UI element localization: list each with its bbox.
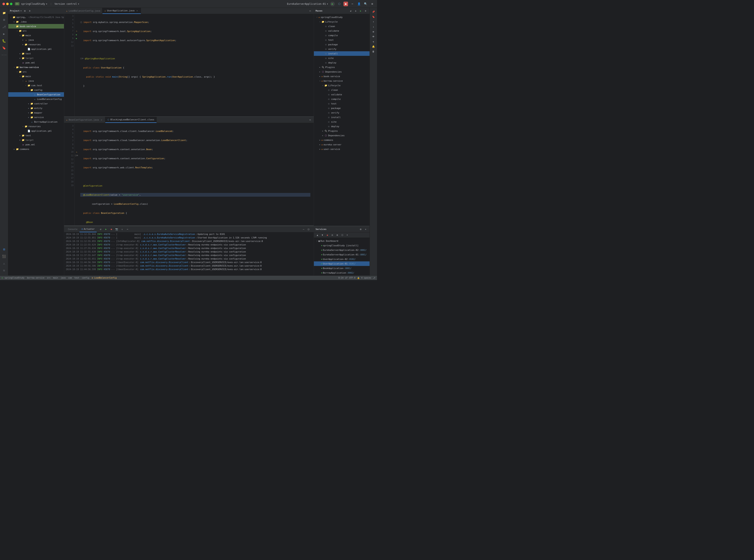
tree-commons[interactable]: ▶ 📁 commons: [8, 147, 64, 152]
services-close[interactable]: ✕: [363, 227, 368, 232]
bottom-editor-code[interactable]: import org.springframework.cloud.client.…: [79, 123, 312, 225]
tab-loadbalancer-config[interactable]: ☕ LoadBalancerConfig.java: [64, 8, 102, 14]
console-output[interactable]: 2024-10-19 11:12:55.844 INFO 45870 --- […: [64, 233, 314, 276]
sidebar-icon-project[interactable]: 📁: [1, 9, 7, 16]
tree-book-service[interactable]: ▾ 📁 book-service: [8, 24, 64, 28]
tree-book-pom[interactable]: ▶ 𝑚 pom.xml: [8, 60, 64, 65]
maven-plugins-root[interactable]: ▶ 🔌 Plugins: [314, 65, 370, 69]
tree-borrow-service-folder[interactable]: ▶ 📁 service: [8, 115, 64, 120]
maven-verify[interactable]: ▶ ⊡ verify: [314, 47, 370, 51]
tab-user-application[interactable]: ☕ UserApplication.java ✕: [102, 8, 141, 14]
services-group[interactable]: ⬡: [340, 233, 345, 237]
tree-book-src[interactable]: ▾ 📁 src: [8, 28, 64, 33]
maven-borrow-deps[interactable]: ▶ ⬡ Dependencies: [314, 133, 370, 138]
tree-borrow-entity[interactable]: ▶ 📁 entity: [8, 106, 64, 111]
run-dashboard-root[interactable]: ▾ ▦ Run Dashboard: [314, 239, 370, 243]
tree-borrow-pom[interactable]: ▶ 𝑚 pom.xml: [8, 142, 64, 147]
run-config-dropdown[interactable]: EurekaServerApplication-01 ▾: [287, 2, 328, 5]
top-editor-menu[interactable]: ⋯: [308, 9, 312, 13]
collapse-all-button[interactable]: ⊟: [22, 9, 27, 13]
tree-borrow-service[interactable]: ▾ 📁 borrow-service: [8, 65, 64, 69]
services-down[interactable]: ▼: [320, 233, 325, 237]
maven-package[interactable]: ▶ ⊡ package: [314, 42, 370, 47]
stop-button[interactable]: ◼: [344, 2, 348, 6]
screenshot-button[interactable]: 📷: [114, 227, 119, 232]
maven-deps-root[interactable]: ▶ ⬡ Dependencies: [314, 69, 370, 74]
sidebar-icon-more[interactable]: ···: [1, 52, 7, 58]
services-up[interactable]: ▲: [315, 233, 320, 237]
maven-install[interactable]: ▶ ⊡ install: [314, 51, 370, 56]
tree-borrow-target[interactable]: ▶ 📁 target: [8, 138, 64, 142]
maven-commons[interactable]: ▶ 𝑚 commons: [314, 138, 370, 142]
sidebar-icon-services[interactable]: ⊡: [1, 246, 7, 253]
rt-bookmark[interactable]: 🔖: [371, 15, 376, 19]
maven-validate[interactable]: ▶ ⊡ validate: [314, 28, 370, 33]
sidebar-icon-git[interactable]: ⎋: [1, 267, 7, 274]
maven-refresh[interactable]: ↺: [348, 9, 353, 13]
settings-button[interactable]: ⚙: [370, 2, 374, 6]
project-dropdown[interactable]: springCloudStudy ▾: [21, 2, 47, 5]
maven-borrow-verify[interactable]: ▶ ⊡ verify: [314, 111, 370, 115]
scroll-button[interactable]: ⇓: [120, 227, 124, 232]
maven-borrow-install[interactable]: ▶ ⊡ install: [314, 115, 370, 120]
top-editor-code[interactable]: ⬡ import org.mybatis.spring.annotation.M…: [79, 14, 312, 116]
maven-borrow-lifecycle[interactable]: ▾ 📁 Lifecycle: [314, 83, 370, 88]
rt-layout[interactable]: ⊞: [371, 29, 376, 34]
services-stop-all[interactable]: ◼: [325, 233, 330, 237]
tree-borrow-test[interactable]: ▶ 📁 test: [8, 133, 64, 138]
tree-book-main[interactable]: ▾ 📁 main: [8, 33, 64, 38]
maven-run[interactable]: ▶: [359, 9, 363, 13]
console-more[interactable]: ⋯: [125, 227, 130, 232]
rt-up[interactable]: ↑: [371, 19, 376, 24]
minimize-window-button[interactable]: [6, 3, 9, 5]
run-cloudstdy-install[interactable]: ▶ ▶ springCloudStudy [install]: [314, 243, 370, 248]
tree-borrow-main[interactable]: ▾ 📁 main: [8, 74, 64, 79]
maven-root[interactable]: ▾ 𝑚 springCloudStudy: [314, 15, 370, 19]
run-user-01[interactable]: ▶ ▶ UserApplication-01 :8101/: [314, 261, 370, 266]
sidebar-icon-problems[interactable]: ⚠: [1, 260, 7, 267]
settings-icon[interactable]: ⚙: [27, 9, 32, 13]
run-eureka-02[interactable]: ▶ ▶ EurekaServerApplication-02 :8802/: [314, 248, 370, 252]
profile-button[interactable]: 👤: [357, 2, 361, 6]
tree-borrow-lbconfig[interactable]: ▶ ☕ LoadBalancerConfig: [8, 97, 64, 101]
maven-test[interactable]: ▶ ⊡ test: [314, 38, 370, 42]
maven-compile[interactable]: ▶ ⊡ compile: [314, 33, 370, 38]
version-control-dropdown[interactable]: Version control ▾: [55, 2, 79, 5]
rt-trash[interactable]: 🗑: [371, 49, 376, 54]
services-collapse[interactable]: ⊟: [359, 227, 363, 232]
sidebar-icon-search[interactable]: ⊞: [1, 17, 7, 23]
maven-borrow-plugins[interactable]: ▶ 🔌 Plugins: [314, 128, 370, 133]
sidebar-icon-bookmark[interactable]: 🔖: [1, 45, 7, 51]
maven-borrow-package[interactable]: ▶ ⊡ package: [314, 106, 370, 111]
restart-button[interactable]: ↺: [98, 227, 103, 232]
maven-borrow-deploy[interactable]: ▶ ⊡ deploy: [314, 124, 370, 128]
tree-book-test[interactable]: ▶ 📁 test: [8, 51, 64, 56]
tree-borrow-mapper[interactable]: ▶ 📁 mapper: [8, 111, 64, 115]
maven-borrow-compile[interactable]: ▶ ⊡ compile: [314, 97, 370, 101]
maven-eureka[interactable]: ▶ 𝑚 eureka-server: [314, 142, 370, 147]
sidebar-icon-run[interactable]: ▶: [1, 31, 7, 37]
tab-close-ua[interactable]: ✕: [136, 9, 139, 12]
maven-deploy[interactable]: ▶ ⊡ deploy: [314, 60, 370, 65]
maven-lifecycle[interactable]: ▾ 📁 Lifecycle: [314, 19, 370, 24]
run-eureka-01[interactable]: ▶ ▶ EurekaServerApplication-01 :8801/: [314, 252, 370, 257]
maven-add[interactable]: +: [353, 9, 358, 13]
tree-book-target[interactable]: ▶ 📁 target: [8, 56, 64, 60]
project-tree[interactable]: ▾ 📁 springCloudStudy ~/Desktop/CS/JavaEE…: [8, 14, 64, 276]
maven-borrow-test[interactable]: ▶ ⊡ test: [314, 101, 370, 106]
tree-borrow-java[interactable]: ▾ ☕ java: [8, 79, 64, 83]
rt-notifications[interactable]: 🔔: [371, 44, 376, 49]
maven-user-service[interactable]: ▶ 𝑚 user-service: [314, 147, 370, 152]
run-user-02[interactable]: ▶ ▶ UserApplication-02 :8102/: [314, 257, 370, 261]
search-button[interactable]: 🔍: [363, 2, 368, 6]
run-button[interactable]: ▶: [330, 2, 335, 6]
run-book[interactable]: ▶ ▶ BookApplication :8081/: [314, 266, 370, 271]
minimize-panel[interactable]: —: [301, 227, 306, 232]
console-tab[interactable]: Console: [66, 226, 79, 232]
bottom-editor-scrollbar[interactable]: [312, 123, 314, 225]
maven-site[interactable]: ▶ ⊡ site: [314, 56, 370, 60]
bottom-editor-menu[interactable]: ⋯: [308, 118, 312, 122]
tree-idea[interactable]: ▶ 📁 .idea: [8, 19, 64, 24]
sidebar-icon-debug[interactable]: 🐛: [1, 38, 7, 44]
maximize-panel[interactable]: □: [306, 227, 311, 232]
